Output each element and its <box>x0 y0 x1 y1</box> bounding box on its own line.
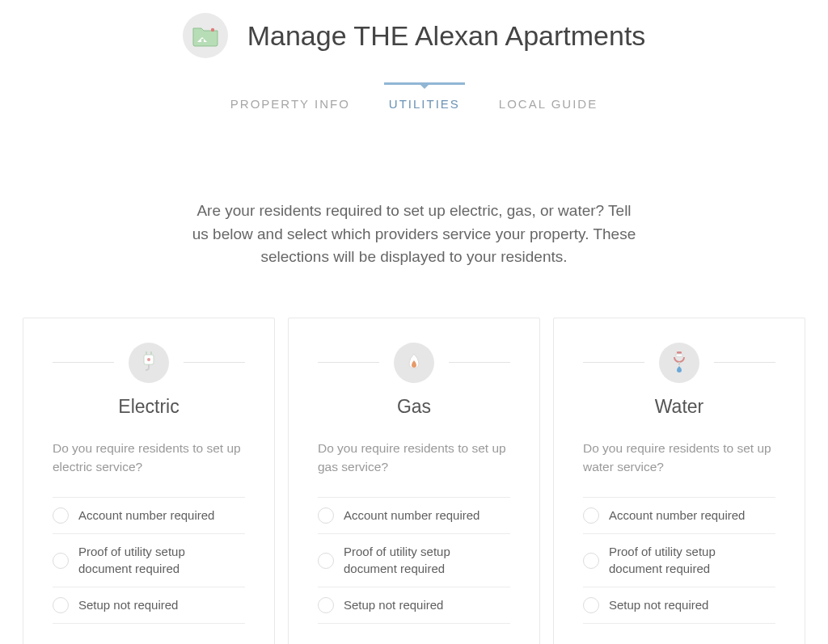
radio-icon <box>53 553 69 569</box>
card-title: Water <box>583 396 775 418</box>
card-title: Gas <box>318 396 510 418</box>
card-gas: Gas Do you require residents to set up g… <box>288 318 540 645</box>
svg-point-1 <box>210 28 213 32</box>
card-icon-row <box>53 343 245 383</box>
radio-icon <box>318 597 334 613</box>
radio-icon <box>53 597 69 613</box>
electric-icon <box>129 343 169 383</box>
option-label: Setup not required <box>344 597 443 613</box>
card-water: Water Do you require residents to set up… <box>553 318 805 645</box>
radio-icon <box>583 553 599 569</box>
option-label: Setup not required <box>78 597 178 613</box>
page-title: Manage THE Alexan Apartments <box>247 20 646 52</box>
divider <box>53 362 114 363</box>
intro-text: Are your residents required to set up el… <box>188 200 640 269</box>
divider <box>714 362 775 363</box>
card-question: Do you require residents to set up gas s… <box>318 439 510 477</box>
card-title: Electric <box>53 396 245 418</box>
option-label: Proof of utility setup document required <box>344 544 504 577</box>
divider <box>318 362 379 363</box>
option-label: Proof of utility setup document required <box>609 544 769 577</box>
page-header: Manage THE Alexan Apartments <box>0 8 828 74</box>
gas-icon <box>394 343 434 383</box>
option-label: Account number required <box>78 507 214 524</box>
option-account-number[interactable]: Account number required <box>318 498 510 534</box>
option-not-required[interactable]: Setup not required <box>583 587 775 624</box>
radio-icon <box>318 553 334 569</box>
property-folder-icon <box>183 13 228 58</box>
option-label: Setup not required <box>609 597 708 613</box>
radio-icon <box>53 507 69 524</box>
option-account-number[interactable]: Account number required <box>583 498 775 534</box>
tab-local-guide[interactable]: Local Guide <box>496 82 601 119</box>
card-question: Do you require residents to set up elect… <box>53 439 245 477</box>
card-electric: Electric Do you require residents to set… <box>23 318 275 645</box>
option-label: Proof of utility setup document required <box>78 544 239 577</box>
water-icon <box>659 343 699 383</box>
option-account-number[interactable]: Account number required <box>53 498 245 534</box>
radio-icon <box>583 597 599 613</box>
option-proof-document[interactable]: Proof of utility setup document required <box>53 534 245 587</box>
svg-point-5 <box>147 358 150 361</box>
svg-rect-0 <box>201 39 204 42</box>
option-proof-document[interactable]: Proof of utility setup document required <box>583 534 775 587</box>
option-label: Account number required <box>344 507 479 524</box>
tab-utilities[interactable]: Utilities <box>386 82 463 119</box>
card-options: Account number required Proof of utility… <box>53 497 245 624</box>
radio-icon <box>318 507 334 524</box>
card-icon-row <box>583 343 775 383</box>
card-icon-row <box>318 343 510 383</box>
option-not-required[interactable]: Setup not required <box>318 587 510 624</box>
divider <box>184 362 245 363</box>
tabs: Property Info Utilities Local Guide <box>0 82 828 119</box>
tab-property-info[interactable]: Property Info <box>227 82 353 119</box>
divider <box>449 362 510 363</box>
option-label: Account number required <box>609 507 745 524</box>
option-proof-document[interactable]: Proof of utility setup document required <box>318 534 510 587</box>
card-question: Do you require residents to set up water… <box>583 439 775 477</box>
card-options: Account number required Proof of utility… <box>318 497 510 624</box>
card-options: Account number required Proof of utility… <box>583 497 775 624</box>
divider <box>583 362 644 363</box>
radio-icon <box>583 507 599 524</box>
option-not-required[interactable]: Setup not required <box>53 587 245 624</box>
utility-cards: Electric Do you require residents to set… <box>0 318 828 645</box>
